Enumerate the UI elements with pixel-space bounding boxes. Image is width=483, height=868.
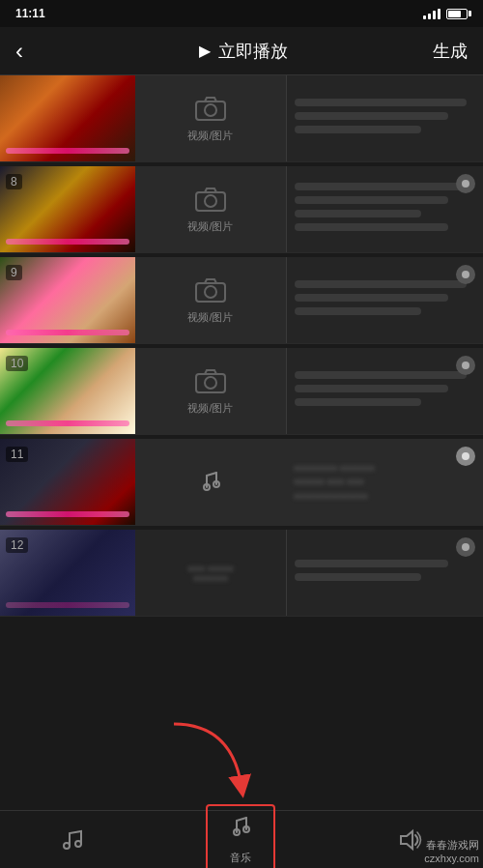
track-number: 9 bbox=[6, 265, 22, 280]
track-row: 10 视频/图片 bbox=[0, 348, 483, 435]
video-panel-label: 视频/图片 bbox=[187, 129, 233, 143]
video-panel[interactable]: 视频/图片 bbox=[135, 348, 287, 434]
svg-point-7 bbox=[462, 271, 469, 278]
track-number: 8 bbox=[6, 174, 22, 189]
music-center-button[interactable]: 音乐 bbox=[206, 804, 275, 868]
text-lines bbox=[295, 280, 475, 321]
track-row: 9 视频/图片 bbox=[0, 257, 483, 344]
track-number: 12 bbox=[6, 537, 28, 553]
track-panels: xxxxxxxxxx xxxxxxxx xxxxxxx xxxx xxxx xx… bbox=[135, 439, 483, 525]
track-row: 8 视频/图片 bbox=[0, 166, 483, 253]
svg-point-1 bbox=[205, 104, 216, 116]
blurred-content: xxxx xxxxxxxxxxxxxx bbox=[184, 560, 238, 587]
row11-text: xxxxxxxxxx xxxxxxxx xxxxxxx xxxx xxxx xx… bbox=[294, 461, 475, 503]
video-panel[interactable]: 视频/图片 bbox=[135, 75, 287, 161]
header: ‹ ▶ 立即播放 生成 bbox=[0, 27, 483, 75]
toggle-button[interactable] bbox=[456, 537, 475, 557]
track-row: 视频/图片 bbox=[0, 75, 483, 162]
status-icons bbox=[423, 9, 468, 19]
track-row: 12 xxxx xxxxxxxxxxxxxx bbox=[0, 530, 483, 617]
svg-point-3 bbox=[205, 195, 216, 207]
svg-point-10 bbox=[462, 362, 469, 369]
svg-point-4 bbox=[462, 180, 469, 188]
text-panel[interactable] bbox=[287, 530, 483, 616]
track-panels: 视频/图片 bbox=[135, 257, 483, 343]
camera-icon bbox=[193, 185, 228, 214]
track-thumbnail bbox=[0, 75, 135, 161]
track-row: 11 xxxxxxxxxx xxxxxxxx xxxxxxx xxxx bbox=[0, 439, 483, 526]
toggle-button[interactable] bbox=[456, 447, 475, 466]
video-panel[interactable]: 视频/图片 bbox=[135, 257, 287, 343]
status-bar: 11:11 bbox=[0, 0, 483, 27]
music-label: 音乐 bbox=[230, 851, 251, 865]
svg-point-14 bbox=[462, 543, 469, 551]
svg-marker-20 bbox=[401, 831, 412, 849]
toggle-button[interactable] bbox=[456, 174, 475, 193]
text-lines bbox=[295, 371, 475, 412]
waveform-bar bbox=[6, 148, 129, 154]
text-panel[interactable] bbox=[287, 348, 483, 434]
text-panel[interactable]: xxxxxxxxxx xxxxxxxx xxxxxxx xxxx xxxx xx… bbox=[286, 439, 483, 525]
text-panel[interactable] bbox=[287, 75, 483, 161]
text-panel[interactable] bbox=[287, 166, 483, 252]
camera-icon bbox=[193, 275, 228, 304]
video-panel-label: 视频/图片 bbox=[187, 219, 233, 234]
music-note-icon bbox=[227, 814, 254, 847]
waveform-bar bbox=[6, 420, 129, 426]
music-left-button[interactable] bbox=[61, 828, 84, 852]
music-panel[interactable] bbox=[135, 439, 286, 525]
toggle-button[interactable] bbox=[456, 356, 475, 375]
waveform-bar bbox=[6, 511, 129, 517]
text-panel[interactable] bbox=[287, 257, 483, 343]
video-panel-label: 视频/图片 bbox=[187, 310, 233, 325]
header-title: 立即播放 bbox=[218, 40, 288, 63]
track-panels: 视频/图片 bbox=[135, 348, 483, 434]
svg-point-13 bbox=[462, 452, 469, 460]
track-number: 11 bbox=[6, 447, 28, 462]
status-time: 11:11 bbox=[15, 7, 45, 20]
track-list: 视频/图片 8 bbox=[0, 75, 483, 810]
camera-icon bbox=[193, 94, 228, 123]
svg-point-6 bbox=[205, 286, 216, 298]
camera-icon bbox=[193, 366, 228, 395]
volume-button[interactable] bbox=[397, 828, 422, 852]
generate-button[interactable]: 生成 bbox=[433, 40, 468, 63]
track-panels: 视频/图片 bbox=[135, 166, 483, 252]
music-note-icon bbox=[193, 468, 228, 497]
text-lines bbox=[295, 183, 475, 237]
svg-point-9 bbox=[205, 377, 216, 389]
waveform-bar bbox=[6, 330, 129, 335]
svg-point-16 bbox=[64, 843, 70, 849]
waveform-bar bbox=[6, 239, 129, 245]
back-button[interactable]: ‹ bbox=[15, 38, 54, 65]
video-panel-label: 视频/图片 bbox=[187, 401, 233, 416]
signal-icon bbox=[423, 9, 440, 19]
video-panel[interactable]: xxxx xxxxxxxxxxxxxx bbox=[135, 530, 287, 616]
bottom-toolbar: 音乐 bbox=[0, 810, 483, 868]
text-lines bbox=[295, 560, 475, 587]
play-icon: ▶ bbox=[199, 42, 211, 60]
track-panels: 视频/图片 bbox=[135, 75, 483, 161]
battery-icon bbox=[446, 9, 468, 19]
text-lines bbox=[295, 99, 475, 139]
toggle-button[interactable] bbox=[456, 265, 475, 284]
video-panel[interactable]: 视频/图片 bbox=[135, 166, 287, 252]
track-number: 10 bbox=[6, 356, 28, 371]
track-panels: xxxx xxxxxxxxxxxxxx bbox=[135, 530, 483, 616]
svg-point-17 bbox=[75, 841, 81, 847]
header-center: ▶ 立即播放 bbox=[199, 40, 288, 63]
waveform-bar bbox=[6, 602, 129, 608]
